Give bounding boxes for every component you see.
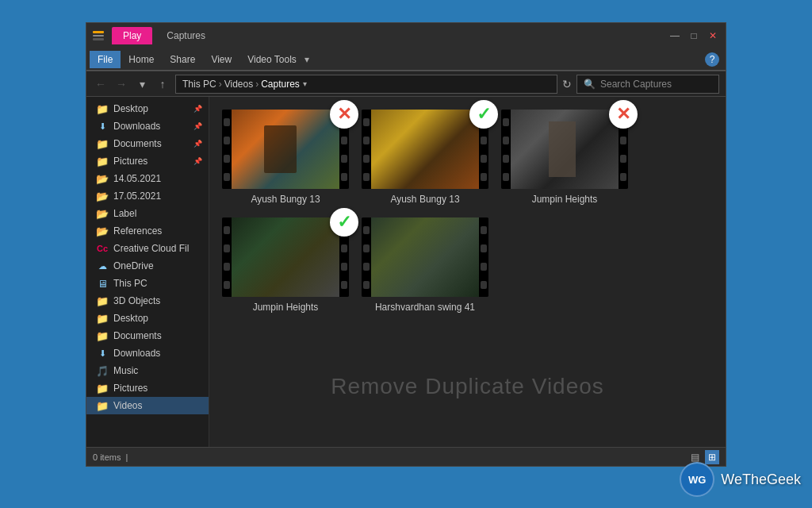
sidebar-item-thispc[interactable]: 🖥 This PC [86, 275, 209, 292]
forward-button[interactable]: → [113, 78, 129, 90]
sidebar-label-downloads-pc: Downloads [113, 348, 160, 359]
sidebar: 📁 Desktop 📌 ⬇ Downloads 📌 📁 Documents 📌 … [86, 97, 209, 447]
cc-icon: Cc [96, 242, 109, 255]
badge-check-2: ✓ [469, 100, 498, 129]
badge-check-4: ✓ [330, 208, 358, 237]
film-content-5 [371, 217, 479, 297]
film-hole [363, 244, 370, 252]
sidebar-item-17052021[interactable]: 📂 17.05.2021 [86, 187, 209, 205]
film-hole [341, 244, 347, 252]
path-sep-2: › [255, 79, 259, 90]
film-hole [481, 155, 487, 163]
onedrive-icon: ☁ [96, 260, 109, 272]
sidebar-item-onedrive[interactable]: ☁ OneDrive [86, 257, 209, 275]
wtg-icon-text: WG [688, 474, 706, 486]
list-item[interactable]: ✓ Jumpin Heights [222, 217, 349, 313]
title-bar-left: Play Captures [93, 27, 216, 44]
film-hole [481, 226, 487, 234]
path-videos: Videos [224, 79, 253, 90]
close-button[interactable]: ✕ [707, 30, 719, 41]
sidebar-item-label[interactable]: 📂 Label [86, 205, 209, 222]
video-thumbnail-2: ✓ [362, 110, 488, 189]
video-label-1: Ayush Bungy 13 [251, 194, 320, 205]
tab-view[interactable]: View [203, 51, 239, 68]
folder-videos-icon: 📁 [96, 399, 109, 412]
ribbon-expand-icon[interactable]: ▾ [304, 54, 309, 65]
title-tab-inactive[interactable]: Captures [155, 27, 216, 44]
help-button[interactable]: ? [705, 52, 719, 67]
sidebar-item-cc[interactable]: Cc Creative Cloud Fil [86, 240, 209, 257]
film-holes-right-5 [479, 217, 488, 297]
list-item[interactable]: ✓ Ayush Bungy 13 [362, 110, 488, 205]
status-items: 0 items [93, 452, 121, 462]
tab-home[interactable]: Home [121, 51, 162, 68]
sidebar-item-downloads-pc[interactable]: ⬇ Downloads [86, 344, 209, 362]
address-path[interactable]: This PC › Videos › Captures ▾ [175, 75, 557, 94]
download-icon-pinned: ⬇ [96, 120, 109, 133]
film-content-3 [511, 110, 619, 189]
film-holes-left-2 [362, 110, 371, 189]
pin-icon-docs: 📌 [193, 140, 202, 148]
recent-button[interactable]: ▾ [134, 78, 150, 90]
film-hole [620, 137, 626, 144]
sidebar-item-desktop[interactable]: 📁 Desktop 📌 [86, 100, 209, 117]
refresh-button[interactable]: ↻ [562, 78, 572, 90]
film-hole [481, 281, 487, 289]
tab-share[interactable]: Share [162, 51, 203, 68]
search-icon: 🔍 [584, 79, 596, 90]
sidebar-item-documents-pinned[interactable]: 📁 Documents 📌 [86, 135, 209, 152]
film-hole [224, 155, 230, 163]
folder-yellow-icon-3: 📂 [96, 207, 109, 220]
sidebar-item-3dobjects[interactable]: 📁 3D Objects [86, 292, 209, 310]
sidebar-item-references[interactable]: 📂 References [86, 222, 209, 240]
sidebar-item-14052021[interactable]: 📂 14.05.2021 [86, 170, 209, 187]
sidebar-item-pictures-pinned[interactable]: 📁 Pictures 📌 [86, 152, 209, 170]
video-thumbnail-3: ✕ [501, 110, 628, 189]
wtg-brand-name: WeTheGeek [721, 471, 801, 488]
tab-videotools[interactable]: Video Tools [239, 51, 304, 68]
film-holes-left-1 [222, 110, 232, 189]
folder-icon-docs: 📁 [96, 137, 109, 150]
back-button[interactable]: ← [93, 78, 109, 90]
title-tab-active[interactable]: Play [112, 27, 152, 44]
film-strip-1 [222, 110, 349, 189]
film-holes-left-5 [362, 217, 371, 297]
window-controls: — □ ✕ [668, 30, 719, 41]
folder-music-icon: 🎵 [96, 364, 109, 377]
sidebar-item-music[interactable]: 🎵 Music [86, 362, 209, 379]
sidebar-label-pictures-pc: Pictures [113, 383, 147, 394]
video-label-4: Jumpin Heights [253, 302, 319, 313]
film-holes-left-3 [501, 110, 511, 189]
app-icon [93, 31, 105, 40]
list-item[interactable]: Harshvardhan swing 41 [362, 217, 488, 313]
list-item[interactable]: ✕ Ayush Bungy 13 [222, 110, 349, 205]
film-hole [363, 155, 370, 163]
path-captures: Captures [261, 79, 300, 90]
video-thumbnail-4: ✓ [222, 217, 349, 297]
minimize-button[interactable]: — [668, 30, 681, 41]
film-hole [363, 137, 370, 144]
sidebar-item-videos-pc[interactable]: 📁 Videos [86, 397, 209, 414]
sidebar-item-pictures-pc[interactable]: 📁 Pictures [86, 379, 209, 397]
file-grid: ✕ Ayush Bungy 13 [209, 97, 726, 447]
sidebar-item-desktop-pc[interactable]: 📁 Desktop [86, 310, 209, 327]
tab-file[interactable]: File [90, 51, 121, 68]
sidebar-label-cc: Creative Cloud Fil [113, 243, 189, 254]
video-row-2: ✓ Jumpin Heights [222, 217, 713, 313]
film-hole [363, 226, 370, 234]
path-dropdown-icon[interactable]: ▾ [303, 79, 307, 88]
sidebar-item-documents-pc[interactable]: 📁 Documents [86, 327, 209, 344]
video-label-3: Jumpin Heights [532, 194, 598, 205]
file-explorer-window: Play Captures — □ ✕ File Home Share View… [86, 22, 726, 467]
film-hole [503, 173, 509, 181]
sidebar-item-downloads-pinned[interactable]: ⬇ Downloads 📌 [86, 117, 209, 135]
list-item[interactable]: ✕ Jumpin Heights [501, 110, 628, 205]
film-hole [363, 263, 370, 271]
folder-desktop-icon: 📁 [96, 312, 109, 325]
folder-yellow-icon-4: 📂 [96, 225, 109, 237]
sidebar-label-17052021: 17.05.2021 [113, 190, 161, 202]
up-button[interactable]: ↑ [155, 78, 170, 90]
maximize-button[interactable]: □ [688, 30, 700, 41]
film-hole [481, 244, 487, 252]
search-box[interactable]: 🔍 Search Captures [576, 75, 719, 94]
